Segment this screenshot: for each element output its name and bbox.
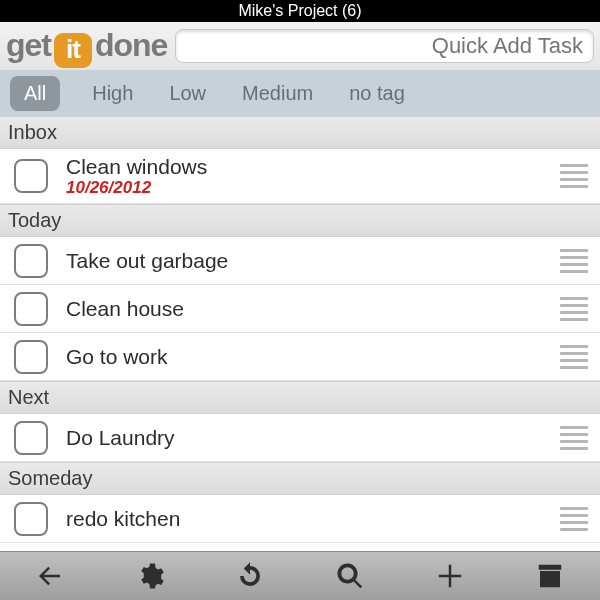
gear-icon — [135, 561, 165, 591]
task-body: Do Laundry — [66, 426, 558, 450]
plus-icon — [435, 561, 465, 591]
task-due-date: 10/26/2012 — [66, 179, 558, 197]
drag-handle-icon[interactable] — [558, 160, 590, 192]
app-frame: { "statusbar": { "title": "Mike's Projec… — [0, 0, 600, 600]
task-body: redo kitchen — [66, 507, 558, 531]
task-body: Clean windows 10/26/2012 — [66, 155, 558, 197]
archive-button[interactable] — [535, 561, 565, 591]
filter-bar: All High Low Medium no tag — [0, 70, 600, 116]
task-checkbox[interactable] — [14, 292, 48, 326]
back-icon — [35, 561, 65, 591]
logo-part-done: done — [95, 27, 167, 64]
drag-handle-icon[interactable] — [558, 503, 590, 535]
filter-medium[interactable]: Medium — [238, 76, 317, 111]
search-button[interactable] — [335, 561, 365, 591]
bottom-toolbar — [0, 551, 600, 600]
task-row[interactable]: redo kitchen — [0, 495, 600, 543]
filter-all[interactable]: All — [10, 76, 60, 111]
filter-high[interactable]: High — [88, 76, 137, 111]
section-header-today: Today — [0, 204, 600, 237]
search-icon — [335, 561, 365, 591]
task-title: Do Laundry — [66, 426, 558, 450]
task-row[interactable]: Take out garbage — [0, 237, 600, 285]
window-title: Mike's Project (6) — [238, 2, 361, 19]
refresh-icon — [235, 561, 265, 591]
task-list: Inbox Clean windows 10/26/2012 Today Tak… — [0, 116, 600, 552]
task-checkbox[interactable] — [14, 340, 48, 374]
quick-add-input[interactable] — [175, 29, 594, 63]
task-body: Go to work — [66, 345, 558, 369]
task-title: Clean windows — [66, 155, 558, 179]
app-logo: get it done — [6, 27, 167, 66]
drag-handle-icon[interactable] — [558, 422, 590, 454]
settings-button[interactable] — [135, 561, 165, 591]
section-header-next: Next — [0, 381, 600, 414]
task-row[interactable]: Clean house — [0, 285, 600, 333]
logo-part-get: get — [6, 27, 51, 64]
task-body: Clean house — [66, 297, 558, 321]
app-header: get it done — [0, 22, 600, 70]
task-body: Take out garbage — [66, 249, 558, 273]
status-bar: Mike's Project (6) — [0, 0, 600, 22]
refresh-button[interactable] — [235, 561, 265, 591]
task-checkbox[interactable] — [14, 502, 48, 536]
add-button[interactable] — [435, 561, 465, 591]
back-button[interactable] — [35, 561, 65, 591]
drag-handle-icon[interactable] — [558, 341, 590, 373]
task-title: Go to work — [66, 345, 558, 369]
task-title: Clean house — [66, 297, 558, 321]
task-checkbox[interactable] — [14, 159, 48, 193]
task-checkbox[interactable] — [14, 244, 48, 278]
drag-handle-icon[interactable] — [558, 245, 590, 277]
task-row[interactable]: Go to work — [0, 333, 600, 381]
section-header-someday: Someday — [0, 462, 600, 495]
logo-part-it: it — [54, 33, 92, 68]
drag-handle-icon[interactable] — [558, 293, 590, 325]
task-row[interactable]: Do Laundry — [0, 414, 600, 462]
filter-no-tag[interactable]: no tag — [345, 76, 409, 111]
filter-low[interactable]: Low — [165, 76, 210, 111]
task-title: Take out garbage — [66, 249, 558, 273]
archive-check-icon — [535, 561, 565, 591]
task-checkbox[interactable] — [14, 421, 48, 455]
task-title: redo kitchen — [66, 507, 558, 531]
section-header-inbox: Inbox — [0, 116, 600, 149]
task-row[interactable]: Clean windows 10/26/2012 — [0, 149, 600, 204]
